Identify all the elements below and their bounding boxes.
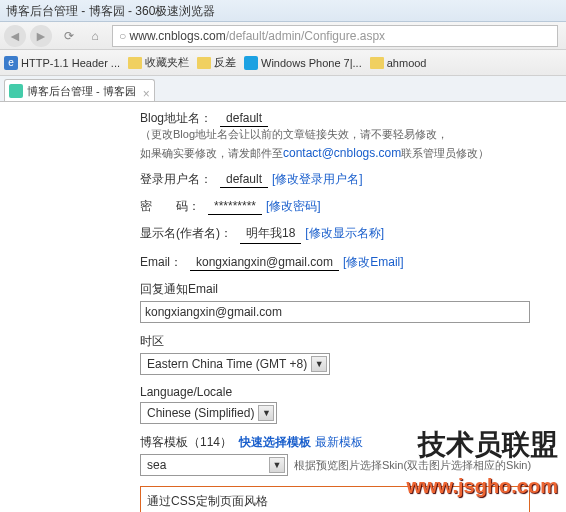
chevron-down-icon: ▼ [311,356,327,372]
bookmark-folder-favorites[interactable]: 收藏夹栏 [128,55,189,70]
newest-skin-link[interactable]: 最新模板 [315,435,363,449]
language-row: Language/Locale Chinese (Simplified) ▼ [140,385,566,424]
bookmark-http[interactable]: e HTTP-1.1 Header ... [4,56,120,70]
timezone-row: 时区 Eastern China Time (GMT +8) ▼ [140,333,566,375]
back-button[interactable]: ◄ [4,25,26,47]
tab-active[interactable]: 博客后台管理 - 博客园 × [4,79,155,101]
chevron-down-icon: ▼ [258,405,274,421]
navigation-toolbar: ◄ ► ⟳ ⌂ ○ www.cnblogs.com/default/admin/… [0,22,566,50]
watermark-text: 技术员联盟 [418,426,558,464]
login-name-row: 登录用户名： default [修改登录用户名] [140,171,566,188]
change-email-link[interactable]: [修改Email] [343,254,404,271]
login-name-label: 登录用户名： [140,171,212,188]
url-path: /default/admin/Configure.aspx [226,29,385,43]
password-value: ********* [208,199,262,215]
password-label: 密 码： [140,198,200,215]
chevron-down-icon: ▼ [269,457,285,473]
tab-title: 博客后台管理 - 博客园 [27,85,136,97]
folder-icon [370,57,384,69]
email-label: Email： [140,254,182,271]
blog-url-hint1: （更改Blog地址名会让以前的文章链接失效，请不要轻易修改， [140,127,448,142]
email-row: Email： kongxiangxin@gmail.com [修改Email] [140,254,566,271]
reply-email-label: 回复通知Email [140,281,562,298]
watermark-url: www.jsgho.com [407,475,559,498]
language-label: Language/Locale [140,385,562,399]
url-host: www.cnblogs.com [130,29,226,43]
css-label: 通过CSS定制页面风格 [147,494,268,508]
change-display-link[interactable]: [修改显示名称] [305,225,384,242]
display-name-value: 明年我18 [240,225,301,244]
reply-email-input[interactable]: kongxiangxin@gmail.com [140,301,530,323]
email-value: kongxiangxin@gmail.com [190,255,339,271]
blog-url-hint2: 如果确实要修改，请发邮件至 [140,146,283,161]
timezone-select[interactable]: Eastern China Time (GMT +8) ▼ [140,353,330,375]
reload-button[interactable]: ⟳ [59,26,79,46]
folder-icon [197,57,211,69]
login-name-value: default [220,172,268,188]
bookmark-wp7[interactable]: Windows Phone 7|... [244,56,362,70]
blog-url-hint-row: 如果确实要修改，请发邮件至 contact@cnblogs.com 联系管理员修… [140,146,566,161]
blog-url-value: default [220,111,268,127]
contact-email-link[interactable]: contact@cnblogs.com [283,146,401,160]
folder-icon [128,57,142,69]
forward-button[interactable]: ► [30,25,52,47]
display-name-label: 显示名(作者名)： [140,225,232,242]
reply-email-row: 回复通知Email kongxiangxin@gmail.com [140,281,566,323]
change-login-link[interactable]: [修改登录用户名] [272,171,363,188]
bookmarks-bar: e HTTP-1.1 Header ... 收藏夹栏 反差 Windows Ph… [0,50,566,76]
change-password-link[interactable]: [修改密码] [266,198,321,215]
skin-label: 博客模板（114） [140,435,232,449]
skin-select[interactable]: sea ▼ [140,454,288,476]
quick-skin-link[interactable]: 快速选择模板 [239,435,311,449]
blog-url-hint3: 联系管理员修改） [401,146,489,161]
window-title: 博客后台管理 - 博客园 - 360极速浏览器 [6,4,215,18]
bookmark-folder-ahmood[interactable]: ahmood [370,57,427,69]
windows-phone-icon [244,56,258,70]
blog-url-row: Blog地址名： default （更改Blog地址名会让以前的文章链接失效，请… [140,110,566,142]
home-button[interactable]: ⌂ [85,26,105,46]
skin-value: sea [147,458,166,472]
favicon-icon [9,84,23,98]
timezone-label: 时区 [140,333,562,350]
ie-icon: e [4,56,18,70]
protocol-icon: ○ [119,29,126,43]
tab-strip: 博客后台管理 - 博客园 × [0,76,566,102]
language-select[interactable]: Chinese (Simplified) ▼ [140,402,277,424]
timezone-value: Eastern China Time (GMT +8) [147,357,307,371]
display-name-row: 显示名(作者名)： 明年我18 [修改显示名称] [140,225,566,244]
password-row: 密 码： ********* [修改密码] [140,198,566,215]
language-value: Chinese (Simplified) [147,406,254,420]
window-titlebar: 博客后台管理 - 博客园 - 360极速浏览器 [0,0,566,22]
address-bar[interactable]: ○ www.cnblogs.com/default/admin/Configur… [112,25,558,47]
blog-url-label: Blog地址名： [140,110,212,127]
bookmark-folder-contrast[interactable]: 反差 [197,55,236,70]
